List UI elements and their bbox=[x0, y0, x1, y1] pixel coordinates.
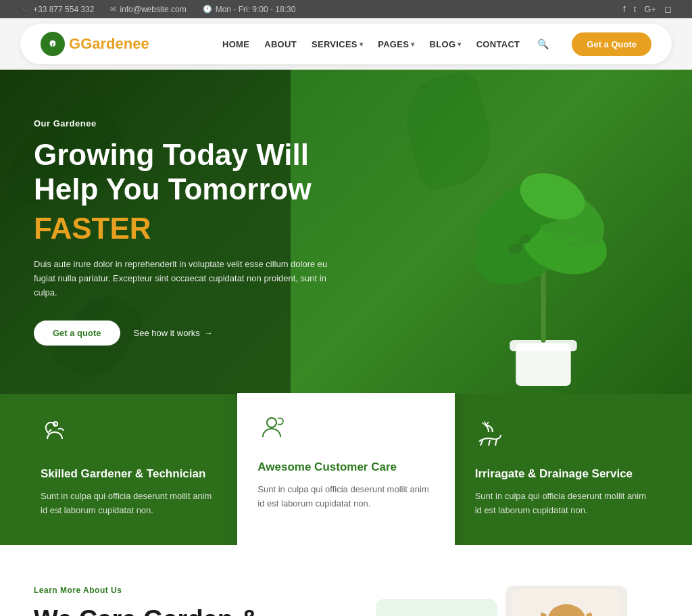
customer-icon bbox=[257, 413, 434, 448]
nav-home[interactable]: HOME bbox=[222, 39, 249, 49]
pages-arrow: ▾ bbox=[411, 41, 414, 48]
card-customer-title: Awesome Customer Care bbox=[257, 460, 434, 475]
svg-point-14 bbox=[267, 418, 276, 427]
googleplus-link[interactable]: G+ bbox=[644, 4, 656, 14]
phone-info: 📞 +33 877 554 332 bbox=[20, 5, 94, 14]
blog-arrow: ▾ bbox=[458, 41, 461, 48]
hero-plant-image bbox=[449, 141, 638, 394]
logo-text: GGardenee bbox=[69, 35, 149, 53]
logo-icon bbox=[41, 32, 65, 56]
services-arrow: ▾ bbox=[360, 41, 363, 48]
about-title: We Care Garden & Landscaping bbox=[34, 605, 318, 616]
email-info: ✉ info@website.com bbox=[110, 5, 186, 14]
about-section: Learn More About Us We Care Garden & Lan… bbox=[0, 545, 692, 616]
nav-pages[interactable]: PAGES ▾ bbox=[378, 39, 414, 49]
card-gardener-title: Skilled Gardener & Technician bbox=[41, 467, 217, 481]
facebook-link[interactable]: f bbox=[623, 4, 626, 14]
hero-description: Duis aute irure dolor in reprehenderit i… bbox=[34, 258, 331, 300]
phone-icon: 📞 bbox=[20, 5, 30, 14]
card-customer-desc: Sunt in culpa qui officia deserunt molli… bbox=[257, 483, 434, 511]
nav-blog[interactable]: BLOG ▾ bbox=[430, 39, 462, 49]
topbar: 📞 +33 877 554 332 ✉ info@website.com 🕐 M… bbox=[0, 0, 692, 18]
gardener-icon bbox=[41, 420, 217, 454]
main-nav: HOME ABOUT SERVICES ▾ PAGES ▾ BLOG ▾ CON… bbox=[222, 32, 651, 56]
hours-info: 🕐 Mon - Fri: 9:00 - 18:30 bbox=[203, 5, 296, 14]
card-gardener-desc: Sunt in culpa qui officia deserunt molli… bbox=[41, 490, 217, 518]
get-quote-button[interactable]: Get a Quote bbox=[572, 32, 651, 56]
nav-about[interactable]: ABOUT bbox=[264, 39, 297, 49]
social-links: f t G+ ◻ bbox=[623, 4, 672, 14]
business-hours: Mon - Fri: 9:00 - 18:30 bbox=[216, 5, 296, 14]
card-irrigation: Irriragate & Drainage Service Sunt in cu… bbox=[455, 393, 672, 545]
nav-services[interactable]: SERVICES ▾ bbox=[312, 39, 363, 49]
instagram-link[interactable]: ◻ bbox=[664, 4, 672, 14]
card-irrigation-desc: Sunt in culpa qui officia deserunt molli… bbox=[475, 490, 651, 518]
search-icon[interactable]: 🔍 bbox=[537, 39, 549, 49]
hero-content: Our Gardenee Growing Today Will Help You… bbox=[0, 78, 365, 386]
about-images bbox=[345, 586, 658, 616]
phone-number: +33 877 554 332 bbox=[33, 5, 94, 14]
hero-title: Growing Today Will Help You Tomorrow bbox=[34, 138, 331, 206]
irrigation-icon bbox=[475, 420, 651, 454]
svg-rect-15 bbox=[382, 602, 491, 616]
cards-container: Skilled Gardener & Technician Sunt in cu… bbox=[20, 393, 672, 545]
hero-subtitle: Our Gardenee bbox=[34, 118, 331, 128]
clock-icon: 🕐 bbox=[203, 5, 212, 14]
hero-how-button[interactable]: See how it works → bbox=[134, 328, 213, 338]
hero-section: Our Gardenee Growing Today Will Help You… bbox=[0, 70, 692, 394]
nav-contact[interactable]: CONTACT bbox=[476, 39, 520, 49]
card-gardener: Skilled Gardener & Technician Sunt in cu… bbox=[20, 393, 237, 545]
logo[interactable]: GGardenee bbox=[41, 32, 149, 56]
person-illustration bbox=[505, 586, 627, 616]
twitter-link[interactable]: t bbox=[634, 4, 637, 14]
email-address: info@website.com bbox=[120, 5, 186, 14]
svg-point-13 bbox=[53, 422, 57, 426]
header: GGardenee HOME ABOUT SERVICES ▾ PAGES ▾ … bbox=[20, 24, 672, 64]
hero-quote-button[interactable]: Get a quote bbox=[34, 321, 120, 346]
header-wrap: GGardenee HOME ABOUT SERVICES ▾ PAGES ▾ … bbox=[0, 18, 692, 70]
email-icon: ✉ bbox=[110, 5, 116, 14]
arrow-icon: → bbox=[204, 328, 213, 338]
hero-accent-word: FASTER bbox=[34, 212, 331, 245]
card-irrigation-title: Irriragate & Drainage Service bbox=[475, 467, 651, 481]
cards-section: Skilled Gardener & Technician Sunt in cu… bbox=[0, 393, 692, 545]
about-label: Learn More About Us bbox=[34, 586, 318, 595]
card-customer: Awesome Customer Care Sunt in culpa qui … bbox=[237, 393, 454, 545]
plant-illustration bbox=[376, 599, 497, 616]
about-text: Learn More About Us We Care Garden & Lan… bbox=[34, 586, 318, 616]
hero-buttons: Get a quote See how it works → bbox=[34, 321, 331, 346]
